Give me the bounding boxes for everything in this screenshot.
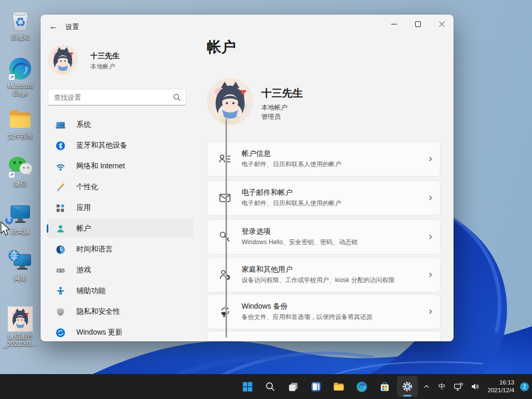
back-button[interactable]: ← [44, 18, 63, 35]
nav-item-personalization[interactable]: 个性化 [47, 178, 193, 196]
sidebar-scrollbar[interactable] [225, 118, 227, 338]
search-icon [264, 381, 276, 392]
nav-item-time-language[interactable]: 时间和语言 [47, 240, 193, 259]
nav-label: 时间和语言 [76, 245, 113, 254]
card-subtitle: 电子邮件、日历和联系人使用的帐户 [242, 160, 341, 169]
card-account-info[interactable]: 帐户信息 电子邮件、日历和联系人使用的帐户 › [207, 141, 441, 177]
start-button[interactable] [237, 376, 258, 397]
image-thumbnail [8, 307, 33, 331]
speaker-icon [470, 381, 481, 392]
nav-item-accessibility[interactable]: 辅助功能 [47, 282, 193, 300]
windows-start-icon [242, 381, 254, 393]
desktop-icon-recycle-bin[interactable]: ♻ 回收站 [1, 7, 39, 41]
tray-time: 16:13 [488, 379, 514, 387]
widgets-button[interactable] [305, 376, 326, 397]
shortcut-arrow-icon: ↗ [8, 74, 15, 81]
wifi-icon [56, 162, 65, 171]
card-subtitle: 设备访问权限、工作或学校用户、kiosk 分配的访问权限 [242, 276, 395, 285]
user-account-type: 本地帐户 [90, 62, 115, 71]
edge-button[interactable] [351, 376, 372, 397]
nav-label: 辅助功能 [76, 286, 105, 296]
add-user-icon [218, 268, 232, 282]
card-subtitle: 电子邮件、日历和联系人使用的帐户 [242, 199, 341, 208]
nav-item-bluetooth-devices[interactable]: 蓝牙和其他设备 [47, 136, 193, 155]
desktop-icon-label: Microsoft Edge [1, 83, 39, 97]
account-role: 管理员 [261, 113, 281, 122]
desktop-icon-label: 文件存放 [1, 132, 39, 140]
desktop-icon-label: 网络 [1, 275, 39, 282]
search-input[interactable] [54, 90, 168, 104]
volume-tray-icon[interactable] [468, 376, 483, 397]
settings-button[interactable] [397, 376, 418, 397]
settings-nav: 系统 蓝牙和其他设备 网络和 Internet [47, 115, 193, 341]
nav-item-apps[interactable]: 应用 [47, 198, 193, 217]
minimize-button[interactable] [382, 15, 406, 33]
card-subtitle: Windows Hello、安全密钥、密码、动态锁 [242, 238, 357, 247]
store-button[interactable] [374, 376, 395, 397]
network-icon [8, 248, 33, 273]
clock[interactable]: 16:13 2021/12/4 [485, 379, 517, 394]
account-profile: 十三先生 本地帐户 管理员 [207, 78, 435, 126]
desktop-icon-folder[interactable]: 文件存放 [1, 106, 39, 140]
card-family-other-users[interactable]: 家庭和其他用户 设备访问权限、工作或学校用户、kiosk 分配的访问权限 › [207, 257, 441, 292]
card-windows-backup[interactable]: Windows 备份 备份文件、应用和首选项，以便跨设备将其还原 › [207, 294, 441, 329]
maximize-button[interactable] [406, 15, 430, 33]
nav-item-system[interactable]: 系统 [47, 115, 193, 134]
accessibility-icon [56, 286, 65, 296]
nav-label: 帐户 [76, 224, 91, 233]
ime-indicator[interactable]: 中 [435, 376, 449, 397]
account-name: 十三先生 [261, 86, 303, 100]
card-work-school-account[interactable]: 连接工作或学校帐户 › [207, 331, 441, 341]
tray-date: 2021/12/4 [488, 387, 514, 394]
chevron-up-icon [422, 382, 431, 391]
nav-item-network-internet[interactable]: 网络和 Internet [47, 157, 193, 176]
chevron-right-icon: › [429, 152, 432, 164]
gear-icon [401, 380, 414, 393]
taskbar-center [237, 376, 418, 397]
store-icon [379, 381, 391, 393]
file-explorer-button[interactable] [328, 376, 349, 397]
task-view-button[interactable] [283, 376, 303, 397]
backup-icon [218, 305, 232, 318]
nav-item-accounts[interactable]: 帐户 [47, 219, 193, 238]
nav-item-gaming[interactable]: 游戏 [47, 261, 193, 280]
card-email-accounts[interactable]: 电子邮件和帐户 电子邮件、日历和联系人使用的帐户 › [207, 180, 441, 216]
card-title: 家庭和其他用户 [242, 265, 395, 274]
email-icon [218, 191, 232, 205]
card-sign-in-options[interactable]: 登录选项 Windows Hello、安全密钥、密码、动态锁 › [207, 219, 441, 255]
nav-label: 游戏 [76, 265, 91, 275]
desktop-icon-label: 此电脑 [1, 228, 39, 235]
desktop-icon-label: 微信图片 _2021091... [1, 333, 39, 348]
titlebar[interactable]: ← 设置 [41, 15, 454, 39]
nav-item-windows-update[interactable]: Windows 更新 [47, 323, 193, 341]
tray-overflow-button[interactable] [420, 376, 433, 397]
chevron-right-icon: › [429, 305, 432, 317]
personalization-icon [56, 182, 65, 192]
network-tray-icon[interactable] [450, 376, 466, 397]
settings-window: ← 设置 十三先生 本地帐户 [41, 15, 454, 341]
gamepad-icon [56, 265, 65, 275]
sidebar-profile[interactable]: 十三先生 本地帐户 [48, 45, 193, 76]
edge-icon [356, 381, 368, 393]
file-explorer-icon [332, 380, 345, 393]
shield-icon [56, 307, 65, 317]
desktop-icon-this-pc[interactable]: 此电脑 [1, 202, 39, 235]
nav-item-privacy-security[interactable]: 隐私和安全性 [47, 302, 193, 321]
card-title: 登录选项 [242, 227, 357, 236]
desktop-icon-label: 微信 [1, 180, 39, 188]
close-button[interactable] [430, 15, 454, 33]
desktop-icon-network[interactable]: 网络 [1, 248, 39, 282]
folder-icon [8, 106, 33, 131]
user-name: 十三先生 [90, 51, 119, 61]
notification-badge[interactable]: 2 [520, 382, 529, 391]
taskbar-search-button[interactable] [260, 376, 281, 397]
card-title: 帐户信息 [242, 149, 341, 158]
system-icon [56, 120, 65, 130]
desktop-icon-edge[interactable]: ↗ Microsoft Edge [1, 56, 39, 97]
search-box[interactable] [48, 89, 186, 105]
desktop-icon-wechat-image[interactable]: 微信图片 _2021091... [1, 307, 39, 348]
maximize-icon [415, 21, 421, 27]
desktop-icon-wechat[interactable]: ↗ 微信 [1, 154, 39, 188]
edge-icon: ↗ [8, 56, 33, 81]
chevron-right-icon: › [429, 191, 432, 203]
